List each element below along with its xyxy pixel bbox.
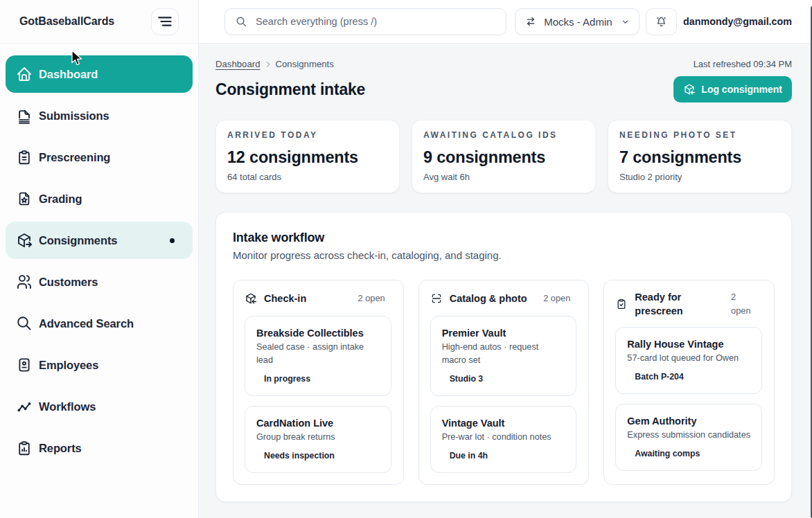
log-consignment-label: Log consignment <box>701 84 782 95</box>
sidebar-item-grading[interactable]: Grading <box>6 180 193 217</box>
card-title: Breakside Collectibles <box>256 326 380 341</box>
user-email: danmondy@gmail.com <box>683 16 792 27</box>
workflow-card-breakside-collectibles[interactable]: Breakside Collectibles Sealed case · ass… <box>245 316 391 396</box>
topbar: Mocks - Admin danmondy@gmail.com <box>199 0 812 44</box>
environment-switcher[interactable]: Mocks - Admin <box>515 8 639 35</box>
workflow-column-catalog-photo: Catalog & photo 2 open Premier Vault Hig… <box>418 280 590 485</box>
sidebar-item-reports[interactable]: Reports <box>6 429 193 467</box>
home-icon <box>16 66 33 82</box>
column-count: 2 open <box>543 292 570 305</box>
card-title: Vintage Vault <box>442 416 566 431</box>
card-status: Awaiting comps <box>627 447 751 461</box>
panel-title: Intake workflow <box>233 229 775 247</box>
column-count: 2 open <box>358 292 385 305</box>
search-input[interactable] <box>256 16 495 27</box>
stat-sub: Studio 2 priority <box>619 170 780 184</box>
environment-label: Mocks - Admin <box>544 16 612 28</box>
intake-workflow-panel: Intake workflow Monitor progress across … <box>215 212 792 502</box>
card-description: Group break returns <box>256 431 380 444</box>
breadcrumb-row: Dashboard Consignments Last refreshed 09… <box>215 58 792 71</box>
sidebar-item-advanced-search[interactable]: Advanced Search <box>6 305 193 342</box>
page-content: Dashboard Consignments Last refreshed 09… <box>199 44 812 518</box>
column-title: Ready for prescreen <box>635 290 724 318</box>
chevron-right-icon <box>264 60 272 69</box>
card-status: Batch P-204 <box>627 370 751 384</box>
scan-icon <box>430 292 443 305</box>
sidebar-item-dashboard[interactable]: Dashboard <box>6 55 193 93</box>
sidebar-item-label: Advanced Search <box>39 317 134 330</box>
stat-card-arrived-today: ARRIVED TODAY 12 consignments 64 total c… <box>215 120 400 193</box>
sidebar-item-submissions[interactable]: Submissions <box>6 97 193 134</box>
main-area: Mocks - Admin danmondy@gmail.com Dashboa… <box>199 0 812 518</box>
card-status: Studio 3 <box>442 373 566 386</box>
workflow-card-vintage-vault[interactable]: Vintage Vault Pre-war lot · condition no… <box>430 406 577 473</box>
search-icon <box>16 315 33 332</box>
clipboard-icon <box>16 149 33 166</box>
search-icon <box>236 16 247 28</box>
workflow-card-premier-vault[interactable]: Premier Vault High-end autos · request m… <box>430 316 577 396</box>
notification-dot <box>170 238 175 243</box>
column-count: 2 open <box>731 290 756 318</box>
card-description: High-end autos · request macro set <box>442 341 565 367</box>
workflow-column-ready-for-prescreen: Ready for prescreen 2 open Rally House V… <box>603 280 775 485</box>
sidebar-collapse-button[interactable] <box>151 8 179 35</box>
sidebar-item-employees[interactable]: Employees <box>6 346 193 384</box>
stat-cards: ARRIVED TODAY 12 consignments 64 total c… <box>215 120 792 193</box>
workflow-columns: Check-in 2 open Breakside Collectibles S… <box>233 280 775 485</box>
app-root: GotBaseballCards Dashboard Submissions P… <box>0 0 812 518</box>
workflow-card-rally-house-vintage[interactable]: Rally House Vintage 57-card lot queued f… <box>615 327 762 394</box>
card-title: Premier Vault <box>442 326 566 341</box>
exchange-icon <box>524 15 538 28</box>
stat-value: 9 consignments <box>423 147 584 168</box>
stat-value: 7 consignments <box>619 147 780 168</box>
card-description: Express submission candidates <box>627 429 750 442</box>
sidebar-item-label: Reports <box>39 442 82 455</box>
activity-icon <box>16 398 33 415</box>
breadcrumb-link-dashboard[interactable]: Dashboard <box>215 58 261 71</box>
stat-label: AWAITING CATALOG IDS <box>423 130 584 141</box>
workflow-column-check-in: Check-in 2 open Breakside Collectibles S… <box>233 280 404 485</box>
global-search[interactable] <box>224 8 506 35</box>
brand-title: GotBaseballCards <box>19 15 114 28</box>
sidebar-item-customers[interactable]: Customers <box>6 263 193 301</box>
workflow-card-gem-authority[interactable]: Gem Authority Express submission candida… <box>615 404 762 471</box>
log-consignment-button[interactable]: Log consignment <box>673 76 792 102</box>
sidebar-nav: Dashboard Submissions Prescreening Gradi… <box>0 44 198 479</box>
sidebar-item-label: Workflows <box>39 400 96 413</box>
sidebar: GotBaseballCards Dashboard Submissions P… <box>0 0 199 518</box>
column-header: Check-in 2 open <box>245 290 391 307</box>
stat-value: 12 consignments <box>227 147 388 168</box>
notifications-button[interactable] <box>646 8 677 35</box>
card-status: Needs inspection <box>256 449 380 463</box>
workflow-card-cardnation-live[interactable]: CardNation Live Group break returns Need… <box>245 406 391 473</box>
sidebar-item-label: Prescreening <box>39 151 110 164</box>
column-cards: Breakside Collectibles Sealed case · ass… <box>245 316 391 473</box>
sidebar-item-label: Customers <box>39 276 98 289</box>
breadcrumb-current: Consignments <box>276 58 334 71</box>
card-title: Rally House Vintage <box>627 337 751 352</box>
sidebar-item-label: Dashboard <box>39 68 98 81</box>
sidebar-item-workflows[interactable]: Workflows <box>6 388 193 425</box>
column-title: Check-in <box>264 292 351 305</box>
sidebar-item-prescreening[interactable]: Prescreening <box>6 139 193 176</box>
card-title: Gem Authority <box>627 414 751 429</box>
last-refreshed: Last refreshed 09:34 PM <box>694 58 792 71</box>
users-icon <box>16 274 33 290</box>
id-badge-icon <box>16 357 33 373</box>
column-header: Catalog & photo 2 open <box>430 290 577 307</box>
bell-icon <box>655 15 668 28</box>
column-header: Ready for prescreen 2 open <box>615 290 762 318</box>
sidebar-item-consignments[interactable]: Consignments <box>6 222 193 259</box>
stat-label: ARRIVED TODAY <box>227 130 388 141</box>
package-export-icon <box>16 232 33 249</box>
chevron-down-icon <box>620 17 630 27</box>
card-description: 57-card lot queued for Owen <box>627 352 750 365</box>
card-title: CardNation Live <box>256 416 380 431</box>
breadcrumb: Dashboard Consignments <box>215 58 334 71</box>
package-import-icon <box>683 83 696 96</box>
sidebar-header: GotBaseballCards <box>0 0 198 44</box>
file-star-icon <box>16 190 33 207</box>
column-title: Catalog & photo <box>450 292 537 305</box>
card-status: Due in 4h <box>442 449 566 463</box>
clipboard-check-icon <box>615 298 628 310</box>
